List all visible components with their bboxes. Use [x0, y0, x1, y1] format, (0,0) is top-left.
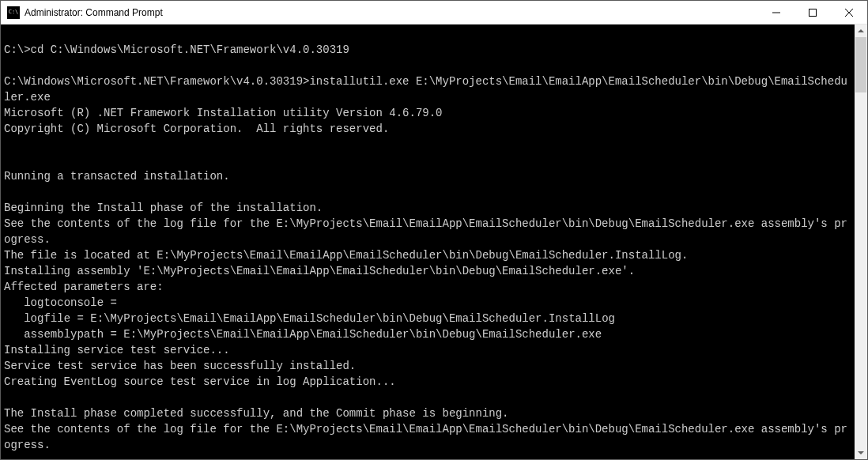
- scroll-up-button[interactable]: [855, 25, 867, 37]
- maximize-button[interactable]: [794, 1, 831, 24]
- close-button[interactable]: [831, 1, 867, 24]
- scroll-thumb[interactable]: [855, 37, 866, 92]
- svg-rect-1: [810, 9, 817, 16]
- vertical-scrollbar[interactable]: [855, 25, 867, 459]
- window-controls: [758, 1, 867, 24]
- console-output[interactable]: C:\>cd C:\Windows\Microsoft.NET\Framewor…: [1, 25, 855, 459]
- svg-marker-5: [858, 451, 864, 454]
- console-area: C:\>cd C:\Windows\Microsoft.NET\Framewor…: [1, 25, 867, 459]
- window-title: Administrator: Command Prompt: [25, 7, 758, 18]
- cmd-icon: [7, 6, 20, 19]
- minimize-button[interactable]: [758, 1, 794, 24]
- titlebar[interactable]: Administrator: Command Prompt: [1, 1, 867, 25]
- svg-marker-4: [858, 29, 864, 32]
- command-prompt-window: Administrator: Command Prompt C:\>cd C:\…: [0, 0, 868, 460]
- scroll-down-button[interactable]: [855, 447, 867, 459]
